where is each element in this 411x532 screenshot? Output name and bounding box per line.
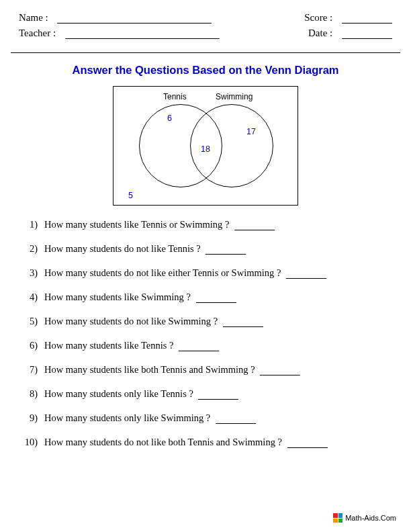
- question-row: 8) How many students only like Tennis ?: [24, 388, 384, 400]
- question-number: 10): [24, 437, 44, 448]
- score-input-line[interactable]: [342, 14, 392, 24]
- header-divider: [11, 52, 400, 53]
- question-text: How many students only like Swimming ?: [44, 412, 213, 424]
- logo-icon: [333, 513, 342, 523]
- answer-blank[interactable]: [234, 222, 275, 230]
- question-number: 6): [24, 340, 44, 351]
- venn-intersection-value: 18: [201, 144, 210, 154]
- question-text: How many students do not like either Ten…: [44, 267, 283, 279]
- question-text: How many students like Swimming ?: [44, 292, 193, 303]
- question-number: 3): [24, 267, 44, 279]
- date-label: Date :: [308, 28, 335, 39]
- date-input-line[interactable]: [342, 30, 392, 39]
- worksheet-header: Name : Score : Teacher : Date :: [0, 0, 411, 48]
- question-row: 6) How many students like Tennis ?: [24, 340, 384, 351]
- question-text: How many students do not like Tennis ?: [44, 243, 203, 255]
- answer-blank[interactable]: [196, 294, 236, 303]
- question-row: 9) How many students only like Swimming …: [24, 412, 384, 424]
- venn-outside-value: 5: [128, 191, 133, 200]
- question-row: 2) How many students do not like Tennis …: [24, 243, 384, 255]
- teacher-label: Teacher :: [19, 28, 58, 39]
- name-label: Name :: [19, 12, 50, 24]
- answer-blank[interactable]: [179, 343, 219, 351]
- answer-blank[interactable]: [198, 391, 238, 400]
- question-row: 10) How many students do not like both T…: [24, 437, 384, 448]
- venn-right-only-value: 17: [246, 127, 256, 136]
- question-text: How many students only like Tennis ?: [44, 388, 195, 400]
- answer-blank[interactable]: [205, 246, 246, 255]
- worksheet-title: Answer the Questions Based on the Venn D…: [0, 64, 411, 77]
- venn-left-label: Tennis: [163, 92, 187, 101]
- answer-blank[interactable]: [287, 439, 328, 448]
- question-text: How many students like both Tennis and S…: [44, 364, 257, 375]
- question-number: 4): [24, 292, 44, 303]
- name-input-line[interactable]: [57, 14, 212, 24]
- question-row: 5) How many students do not like Swimmin…: [24, 316, 384, 327]
- question-text: How many students like Tennis or Swimmin…: [44, 219, 232, 230]
- score-label: Score :: [304, 12, 335, 24]
- answer-blank[interactable]: [216, 415, 256, 424]
- question-number: 9): [24, 412, 44, 424]
- question-number: 7): [24, 364, 44, 375]
- question-number: 5): [24, 316, 44, 327]
- question-number: 2): [24, 243, 44, 255]
- answer-blank[interactable]: [260, 367, 300, 375]
- footer-attribution: Math-Aids.Com: [333, 513, 396, 523]
- question-text: How many students like Tennis ?: [44, 340, 176, 351]
- footer-text: Math-Aids.Com: [345, 514, 396, 522]
- question-row: 3) How many students do not like either …: [24, 267, 384, 279]
- answer-blank[interactable]: [223, 318, 263, 327]
- question-text: How many students do not like both Tenni…: [44, 437, 285, 448]
- question-row: 1) How many students like Tennis or Swim…: [24, 219, 384, 230]
- venn-diagram: Tennis Swimming 6 17 18 5: [113, 86, 298, 206]
- questions-list: 1) How many students like Tennis or Swim…: [0, 219, 411, 448]
- question-number: 8): [24, 388, 44, 400]
- venn-right-label: Swimming: [216, 92, 253, 101]
- question-number: 1): [24, 219, 44, 230]
- question-text: How many students do not like Swimming ?: [44, 316, 220, 327]
- question-row: 7) How many students like both Tennis an…: [24, 364, 384, 375]
- teacher-input-line[interactable]: [65, 30, 220, 39]
- question-row: 4) How many students like Swimming ?: [24, 292, 384, 303]
- answer-blank[interactable]: [286, 270, 326, 279]
- venn-left-only-value: 6: [167, 114, 172, 123]
